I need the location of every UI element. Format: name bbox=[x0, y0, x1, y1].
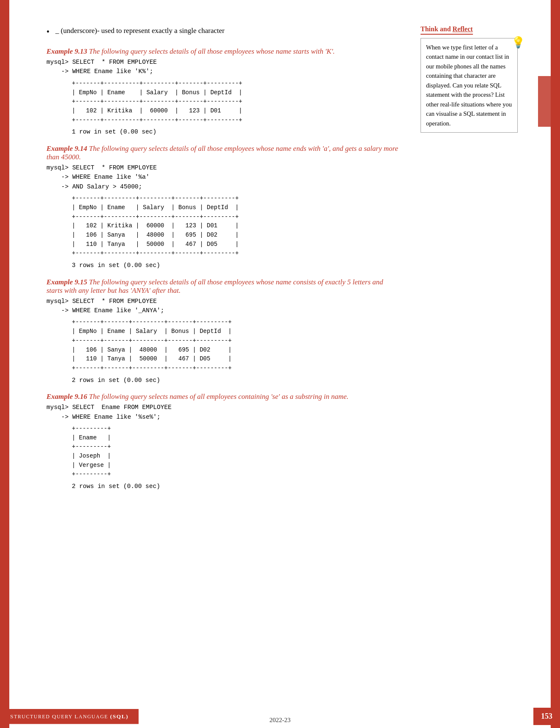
example-9-16-title: Example 9.16 The following query selects… bbox=[46, 393, 399, 401]
footer-page-number: 153 bbox=[533, 708, 560, 725]
example-9-14-output: +-------+---------+---------+-------+---… bbox=[72, 194, 399, 258]
content-wrapper: • _ (underscore)- used to represent exac… bbox=[46, 25, 505, 494]
footer-left: STRUCTURED QUERY LANGUAGE (SQL) bbox=[0, 709, 139, 724]
left-accent-bar bbox=[0, 0, 9, 728]
footer-tab-l: L bbox=[74, 713, 79, 720]
main-content: • _ (underscore)- used to represent exac… bbox=[46, 25, 505, 494]
example-9-16-result: 2 rows in set (0.00 sec) bbox=[72, 482, 399, 491]
example-9-16: Example 9.16 The following query selects… bbox=[46, 393, 399, 491]
example-9-15-result: 2 rows in set (0.00 sec) bbox=[72, 376, 399, 385]
example-9-15-code: mysql> SELECT * FROM EMPLOYEE -> WHERE E… bbox=[46, 297, 399, 316]
bulb-icon: 💡 bbox=[511, 34, 525, 51]
example-9-13-code: mysql> SELECT * FROM EMPLOYEE -> WHERE E… bbox=[46, 57, 399, 76]
footer-tab-q: Q bbox=[52, 713, 57, 720]
example-9-13: Example 9.13 The following query selects… bbox=[46, 47, 399, 137]
page-footer: STRUCTURED QUERY LANGUAGE (SQL) 2022-23 … bbox=[0, 705, 560, 728]
example-9-15-desc-inline: The following query selects details of a… bbox=[46, 278, 383, 294]
bullet-text: _ (underscore)- used to represent exactl… bbox=[55, 25, 224, 36]
think-reflect-text: When we type first letter of a contact n… bbox=[426, 44, 512, 127]
example-9-13-output: +-------+----------+---------+-------+--… bbox=[72, 79, 399, 125]
footer-tab-normal: S bbox=[10, 713, 14, 720]
example-9-16-code: mysql> SELECT Ename FROM EMPLOYEE -> WHE… bbox=[46, 403, 399, 422]
example-9-13-title: Example 9.13 The following query selects… bbox=[46, 47, 399, 56]
bullet-section: • _ (underscore)- used to represent exac… bbox=[46, 25, 399, 38]
example-9-14-result: 3 rows in set (0.00 sec) bbox=[72, 261, 399, 270]
footer-tab: STRUCTURED QUERY LANGUAGE (SQL) bbox=[0, 709, 139, 724]
example-9-14-desc-inline: The following query selects details of a… bbox=[46, 145, 398, 161]
example-9-15: Example 9.15 The following query selects… bbox=[46, 278, 399, 385]
right-accent-bar bbox=[551, 0, 560, 728]
think-reflect-box: 💡 When we type first letter of a contact… bbox=[421, 38, 518, 133]
example-9-13-result: 1 row in set (0.00 sec) bbox=[72, 127, 399, 136]
bullet-item: • _ (underscore)- used to represent exac… bbox=[46, 25, 399, 38]
think-reflect-title: Think and Reflect bbox=[421, 25, 473, 35]
right-fold-decoration bbox=[538, 76, 551, 127]
example-9-15-title: Example 9.15 The following query selects… bbox=[46, 278, 399, 295]
example-9-14-title: Example 9.14 The following query selects… bbox=[46, 145, 399, 161]
footer-tab-smallcaps: TRUCTURED bbox=[14, 714, 52, 720]
example-9-16-desc-inline: The following query selects names of all… bbox=[89, 393, 349, 401]
example-9-14: Example 9.14 The following query selects… bbox=[46, 145, 399, 270]
example-9-15-output: +-------+-------+---------+-------+-----… bbox=[72, 318, 399, 373]
example-9-14-code: mysql> SELECT * FROM EMPLOYEE -> WHERE E… bbox=[46, 163, 399, 191]
think-reflect-container: Think and Reflect 💡 When we type first l… bbox=[421, 25, 518, 133]
page-container: • _ (underscore)- used to represent exac… bbox=[0, 0, 560, 728]
think-and-label: Think and Reflect bbox=[421, 25, 473, 33]
footer-year: 2022-23 bbox=[270, 717, 291, 724]
footer-tab-sql: (SQL) bbox=[110, 713, 128, 720]
bullet-dot: • bbox=[46, 25, 49, 38]
example-9-16-output: +---------+ | Ename | +---------+ | Jose… bbox=[72, 424, 399, 479]
example-9-13-desc-inline: The following query selects details of a… bbox=[89, 47, 335, 55]
